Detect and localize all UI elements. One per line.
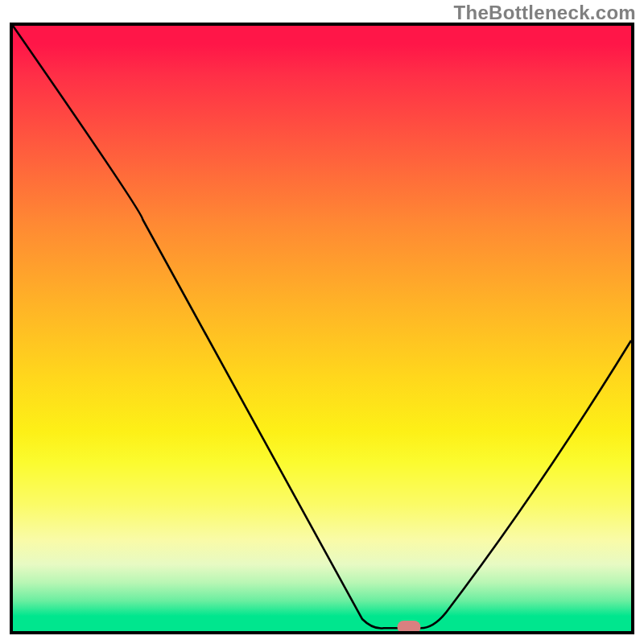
bottleneck-curve-path	[13, 26, 631, 629]
curve-layer	[13, 26, 631, 631]
optimal-marker	[397, 621, 420, 634]
bottleneck-chart	[10, 23, 634, 634]
watermark-text: TheBottleneck.com	[454, 2, 636, 24]
